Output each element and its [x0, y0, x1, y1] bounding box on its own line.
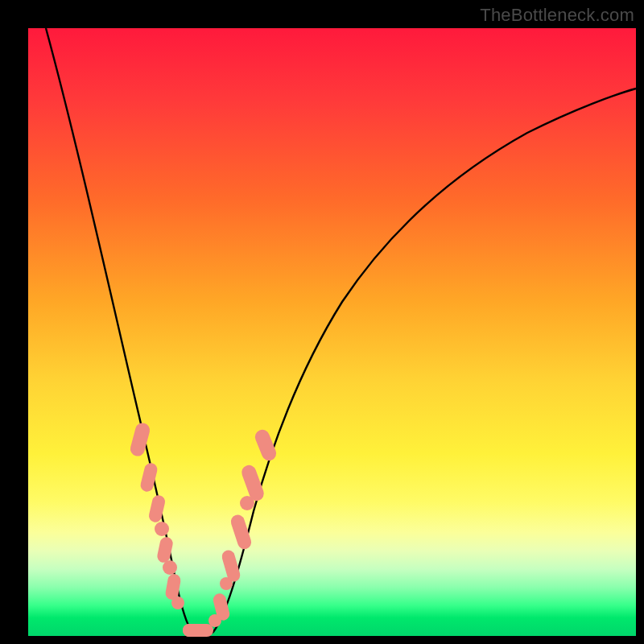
watermark-text: TheBottleneck.com: [480, 5, 634, 26]
chart-svg: [28, 28, 636, 636]
svg-point-9: [183, 624, 196, 637]
chart-frame: TheBottleneck.com: [0, 0, 644, 644]
svg-point-3: [155, 522, 169, 536]
chart-plot-area: [28, 28, 636, 636]
marker-cluster-left: [129, 421, 184, 609]
bottleneck-curve: [46, 28, 636, 636]
svg-point-5: [163, 560, 177, 575]
marker-cluster-right: [208, 427, 279, 627]
svg-point-7: [171, 597, 184, 609]
svg-rect-14: [229, 513, 254, 551]
marker-cluster-bottom: [183, 624, 213, 637]
